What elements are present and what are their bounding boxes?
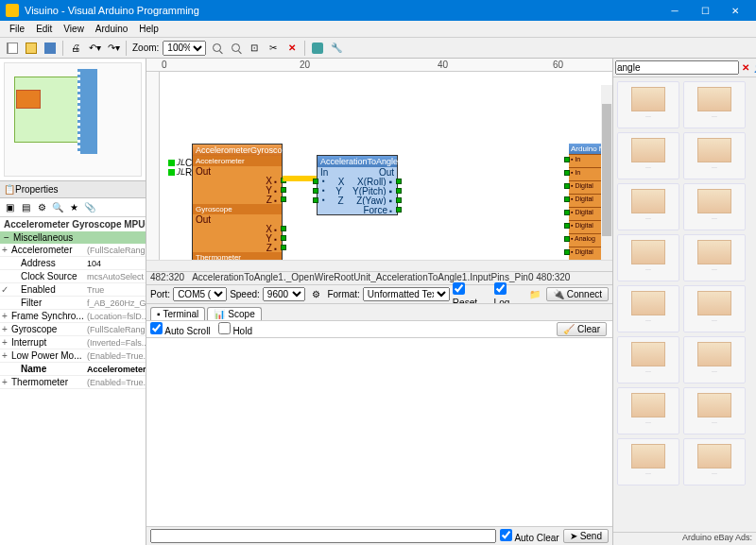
design-canvas[interactable]: AccelerometerGyroscope1 𝘑𝘓 Clock 𝘑𝘓 Rese… (160, 72, 612, 260)
hold-checkbox[interactable]: Hold (218, 322, 252, 336)
zoomfit-button[interactable]: ⊡ (246, 40, 263, 57)
pin-accel-z[interactable]: Z ▪ (193, 195, 282, 204)
h-scroll[interactable] (146, 260, 612, 271)
terminal-output[interactable] (146, 337, 612, 526)
component-card[interactable]: ··· (617, 387, 679, 434)
tab-terminal[interactable]: ▪ Terminal (150, 307, 205, 320)
component-card[interactable]: ··· (683, 132, 746, 179)
prop-star-button[interactable]: ★ (66, 200, 81, 215)
menubar: File Edit View Arduino Help (0, 21, 756, 38)
property-row[interactable]: +Interrupt(Inverted=Fals... (0, 336, 146, 349)
component-card[interactable]: ··· (683, 183, 746, 230)
window-title: Visuino - Visual Arduino Programming (25, 5, 660, 16)
close-button[interactable]: ✕ (720, 0, 750, 21)
speed-config-button[interactable]: ⚙ (308, 286, 325, 303)
pin-z-yaw[interactable]: ▪ ZZ(Yaw) ▪ (318, 196, 397, 205)
property-category[interactable]: −Miscellaneous (0, 231, 146, 244)
log-config-button[interactable]: 📁 (526, 286, 543, 303)
pin-gyro-z[interactable]: Z ▪ (193, 243, 282, 252)
format-select[interactable]: Unformatted Text (363, 287, 450, 301)
property-row[interactable]: +Thermometer(Enabled=True... (0, 376, 146, 389)
pin-accel-y[interactable]: Y ▪ (193, 185, 282, 195)
save-icon (44, 43, 56, 54)
undo-button[interactable]: ↶▾ (86, 40, 103, 57)
menu-view[interactable]: View (58, 24, 90, 34)
component-card[interactable]: ··· (617, 81, 679, 128)
upload-button[interactable] (309, 40, 326, 57)
pin-gyro-x[interactable]: X ▪ (193, 224, 282, 233)
delete-button[interactable]: ✕ (284, 40, 301, 57)
property-list: +Accelerometer(FullScaleRang...Address10… (0, 244, 146, 545)
zoomin-button[interactable] (208, 40, 225, 57)
autoclear-checkbox[interactable]: Auto Clear (500, 529, 558, 543)
port-select[interactable]: COM5 ( (173, 287, 227, 301)
tool2-button[interactable]: 🔧 (328, 40, 345, 57)
cut-button[interactable]: ✂ (265, 40, 282, 57)
pin-y-pitch[interactable]: ▪ YY(Pitch) ▪ (318, 186, 397, 196)
menu-arduino[interactable]: Arduino (90, 24, 133, 34)
component-card[interactable]: ··· (683, 285, 746, 332)
prop-sort-button[interactable]: ⚙ (34, 200, 49, 215)
tab-scope[interactable]: 📊 Scope (207, 307, 261, 320)
save-button[interactable] (42, 40, 59, 57)
property-row[interactable]: Clock SourcemcsAutoSelect (0, 270, 146, 283)
prop-pin-button[interactable]: 📎 (82, 200, 97, 215)
tool-button[interactable]: 🖨 (67, 40, 84, 57)
component-card[interactable]: ··· (617, 183, 679, 230)
property-row[interactable]: +Frame Synchro...(Location=fslD... (0, 310, 146, 323)
palette-grid[interactable]: ········································… (613, 77, 756, 532)
component-card[interactable]: ··· (617, 438, 679, 485)
component-card[interactable]: ··· (683, 234, 746, 281)
component-card[interactable]: ··· (617, 132, 679, 179)
pin-gyro-out[interactable]: Out (193, 214, 282, 224)
section-thermometer: Thermometer (193, 252, 282, 260)
menu-edit[interactable]: Edit (30, 24, 58, 34)
prop-expand-button[interactable]: ▤ (18, 200, 33, 215)
node-acceleration-to-angle[interactable]: AccelerationToAngle1 InOut ▪ XX(Roll) ▪ … (317, 155, 398, 215)
node-accelerometer-gyroscope[interactable]: AccelerometerGyroscope1 𝘑𝘓 Clock 𝘑𝘓 Rese… (192, 144, 283, 260)
component-card[interactable]: ··· (683, 336, 746, 383)
main-toolbar: 🖨 ↶▾ ↷▾ Zoom: 100% ⊡ ✂ ✕ 🔧 (0, 38, 756, 59)
zoom-select[interactable]: 100% (163, 41, 206, 56)
component-card[interactable]: ··· (683, 438, 746, 485)
clear-button[interactable]: 🧹 Clear (557, 322, 607, 336)
send-button[interactable]: ➤ Send (563, 529, 609, 543)
speed-select[interactable]: 9600 (263, 287, 305, 301)
prop-filter-button[interactable]: 🔍 (50, 200, 65, 215)
component-card[interactable]: ··· (683, 81, 746, 128)
redo-button[interactable]: ↷▾ (105, 40, 122, 57)
menu-file[interactable]: File (4, 24, 30, 34)
open-button[interactable] (23, 40, 40, 57)
component-card[interactable]: ··· (683, 387, 746, 434)
autoscroll-checkbox[interactable]: Auto Scroll (150, 322, 211, 336)
search-clear-button[interactable]: ✕ (741, 60, 750, 77)
pin-x-roll[interactable]: ▪ XX(Roll) ▪ (318, 177, 397, 186)
component-card[interactable]: ··· (617, 336, 679, 383)
menu-help[interactable]: Help (133, 24, 164, 34)
property-row[interactable]: Filterf_AB_260Hz_G... (0, 297, 146, 310)
design-preview[interactable] (0, 59, 146, 181)
component-card[interactable]: ··· (617, 234, 679, 281)
pin-accel-out[interactable]: Out (193, 166, 282, 176)
zoomout-button[interactable] (227, 40, 244, 57)
new-button[interactable] (4, 40, 21, 57)
minimize-button[interactable]: ─ (660, 0, 690, 21)
send-input[interactable] (150, 529, 496, 543)
palette-search-input[interactable] (615, 60, 739, 75)
zoom-in-icon (213, 43, 221, 52)
property-row[interactable]: +Gyroscope(FullScaleRang... (0, 323, 146, 336)
maximize-button[interactable]: ☐ (690, 0, 720, 21)
property-row[interactable]: +Accelerometer(FullScaleRang... (0, 244, 146, 257)
property-row[interactable]: +Low Power Mo...(Enabled=True... (0, 349, 146, 363)
canvas-scrollbar[interactable] (601, 85, 612, 260)
property-row[interactable]: Address104 (0, 257, 146, 270)
property-row[interactable]: ✓EnabledTrue (0, 283, 146, 297)
property-row[interactable]: NameAccelerometer... (0, 363, 146, 376)
pin-force[interactable]: Force ▪ (318, 205, 397, 214)
pin-accel-x[interactable]: X ▪ (193, 176, 282, 185)
connect-button[interactable]: 🔌 Connect (546, 287, 609, 301)
prop-collapse-button[interactable]: ▣ (2, 200, 17, 215)
palette-filter1-button[interactable]: 👤 (752, 60, 756, 77)
component-card[interactable]: ··· (617, 285, 679, 332)
pin-gyro-y[interactable]: Y ▪ (193, 233, 282, 243)
